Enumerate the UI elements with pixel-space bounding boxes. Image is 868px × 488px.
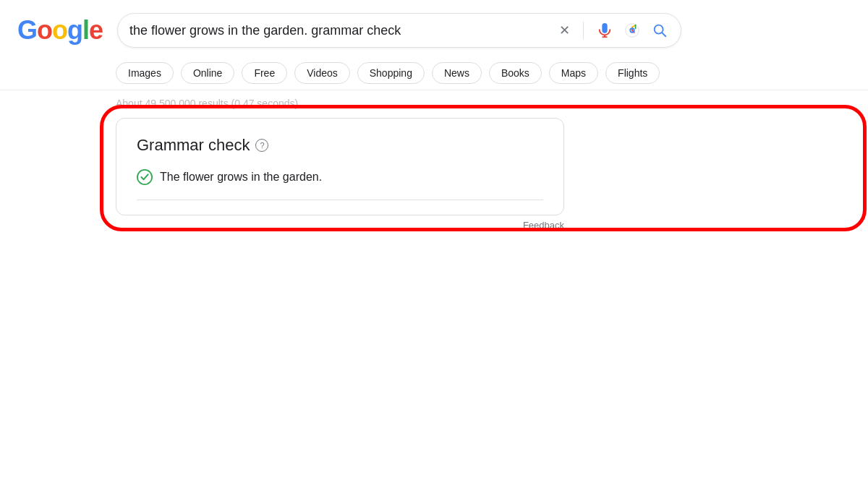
chip-maps[interactable]: Maps [549, 62, 598, 84]
chip-news[interactable]: News [432, 62, 482, 84]
grammar-result-row: The flower grows in the garden. [137, 169, 543, 185]
mic-icon [597, 22, 613, 38]
search-bar-divider [583, 22, 584, 39]
search-icon [652, 22, 668, 38]
grammar-card-title: Grammar check [137, 136, 250, 155]
logo-letter-e: e [89, 15, 103, 45]
google-logo: Google [17, 15, 103, 46]
search-input[interactable] [129, 23, 558, 38]
chip-online[interactable]: Online [181, 62, 234, 84]
logo-letter-g: G [17, 15, 37, 45]
header: Google ✕ [0, 0, 868, 56]
clear-button[interactable]: ✕ [558, 21, 571, 40]
clear-icon: ✕ [559, 22, 570, 38]
logo-letter-o2: o [52, 15, 67, 45]
chip-videos[interactable]: Videos [294, 62, 350, 84]
feedback-row: Feedback [116, 215, 564, 231]
voice-search-button[interactable] [595, 21, 614, 40]
chip-free[interactable]: Free [242, 62, 287, 84]
grammar-card-wrapper: Grammar check ? The flower grows in the … [116, 118, 851, 215]
search-button[interactable] [650, 21, 669, 40]
grammar-card-divider [137, 200, 543, 200]
grammar-corrected-sentence: The flower grows in the garden. [160, 171, 322, 184]
results-count: About 49,500,000 results (0.47 seconds) [116, 98, 851, 109]
info-icon[interactable]: ? [255, 139, 268, 152]
lens-icon [624, 22, 640, 38]
grammar-card: Grammar check ? The flower grows in the … [116, 118, 564, 215]
chip-images[interactable]: Images [116, 62, 174, 84]
logo-letter-g2: g [67, 15, 82, 45]
logo-letter-o1: o [37, 15, 52, 45]
logo-letter-l: l [82, 15, 89, 45]
chip-shopping[interactable]: Shopping [357, 62, 425, 84]
results-area: About 49,500,000 results (0.47 seconds) … [0, 90, 868, 231]
chip-flights[interactable]: Flights [605, 62, 660, 84]
check-circle-icon [137, 169, 153, 185]
grammar-title-row: Grammar check ? [137, 136, 543, 155]
search-bar[interactable]: ✕ [117, 13, 681, 48]
feedback-label[interactable]: Feedback [523, 220, 564, 231]
search-bar-icons: ✕ [558, 21, 669, 40]
filter-bar: Images Online Free Videos Shopping News … [0, 56, 868, 90]
lens-search-button[interactable] [623, 21, 642, 40]
chip-books[interactable]: Books [489, 62, 542, 84]
svg-point-2 [137, 170, 152, 184]
